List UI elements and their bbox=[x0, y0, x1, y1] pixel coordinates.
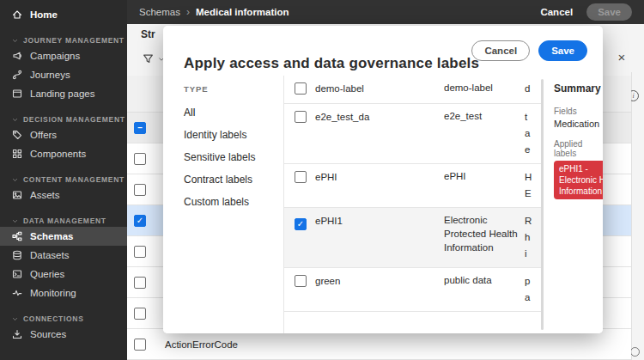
sidebar-section-connections[interactable]: CONNECTIONS bbox=[0, 313, 127, 325]
applied-label-chip: ePHI1 - Electronic Health Information bbox=[554, 161, 603, 199]
label-row-demo-label[interactable]: demo-labeldemo-labeld bbox=[284, 76, 541, 104]
campaigns-icon bbox=[12, 51, 22, 61]
label-friendly-name: green bbox=[315, 273, 444, 290]
right-rail bbox=[631, 72, 644, 360]
sidebar-item-campaigns[interactable]: Campaigns bbox=[0, 46, 127, 65]
label-definition: Rhi bbox=[525, 213, 541, 262]
checkbox[interactable]: – bbox=[134, 122, 146, 134]
checkbox[interactable] bbox=[134, 339, 146, 351]
nav-item-label: Sources bbox=[30, 329, 66, 339]
chevron-down-icon bbox=[12, 117, 18, 123]
label-definition: tae bbox=[525, 109, 541, 158]
label-friendly-name: ePHI1 bbox=[315, 213, 444, 229]
filter-option-contract-labels[interactable]: Contract labels bbox=[184, 168, 283, 191]
chevron-down-icon bbox=[12, 177, 18, 183]
summary-panel: Summary Fields Medication Applied labels… bbox=[544, 76, 603, 333]
nav-item-label: Landing pages bbox=[30, 88, 94, 99]
nav-item-label: Components bbox=[30, 149, 86, 159]
sidebar-item-home[interactable]: Home bbox=[0, 5, 127, 24]
label-row-green[interactable]: greenpublic datapa bbox=[284, 268, 541, 312]
label-friendly-name: ePHI bbox=[315, 169, 444, 186]
label-name: demo-label bbox=[444, 81, 525, 95]
sidebar: HomeJOURNEY MANAGEMENTCampaignsJourneysL… bbox=[0, 0, 127, 360]
checkbox[interactable] bbox=[295, 82, 307, 95]
dialog-body: TYPE AllIdentity labelsSensitive labelsC… bbox=[163, 76, 603, 333]
summary-applied-label: Applied labels bbox=[554, 139, 603, 158]
sidebar-section-data-management[interactable]: DATA MANAGEMENT bbox=[0, 215, 127, 227]
sources-icon bbox=[12, 329, 22, 339]
nav-item-label: Home bbox=[30, 9, 58, 20]
summary-fields: Medication bbox=[554, 119, 603, 129]
app-root: HomeJOURNEY MANAGEMENTCampaignsJourneysL… bbox=[0, 0, 644, 360]
checkbox[interactable] bbox=[295, 171, 307, 183]
breadcrumb-separator: › bbox=[186, 6, 190, 18]
section-label: CONTENT MANAGEMENT bbox=[23, 175, 125, 184]
label-name: e2e_test bbox=[444, 109, 525, 123]
components-icon bbox=[12, 149, 22, 159]
landing-pages-icon bbox=[12, 88, 22, 99]
filter-option-all[interactable]: All bbox=[184, 101, 283, 124]
monitoring-icon bbox=[12, 288, 22, 298]
sidebar-item-monitoring[interactable]: Monitoring bbox=[0, 284, 127, 302]
checkbox[interactable] bbox=[134, 184, 146, 196]
type-filter-heading: TYPE bbox=[184, 84, 283, 94]
filter-option-custom-labels[interactable]: Custom labels bbox=[184, 191, 283, 213]
label-name: public data bbox=[444, 273, 525, 287]
nav-item-label: Offers bbox=[30, 130, 57, 140]
save-button[interactable]: Save bbox=[586, 3, 632, 21]
sidebar-item-journeys[interactable]: Journeys bbox=[0, 65, 127, 84]
label-definition: d bbox=[525, 81, 541, 97]
section-label: JOURNEY MANAGEMENT bbox=[23, 36, 125, 45]
sidebar-item-components[interactable]: Components bbox=[0, 144, 127, 163]
dialog-cancel-button[interactable]: Cancel bbox=[471, 40, 530, 61]
label-row-ephi1[interactable]: ✓ePHI1Electronic Protected Health Inform… bbox=[284, 208, 541, 268]
topbar-actions: Cancel Save bbox=[540, 3, 632, 21]
row-label: ActionErrorCode bbox=[165, 339, 238, 350]
filter-button[interactable] bbox=[143, 53, 165, 64]
nav-item-label: Monitoring bbox=[30, 288, 76, 298]
close-icon[interactable]: × bbox=[614, 50, 629, 65]
sidebar-item-queries[interactable]: Queries bbox=[0, 265, 127, 284]
breadcrumb-root[interactable]: Schemas bbox=[139, 7, 180, 17]
checkbox[interactable]: ✓ bbox=[134, 215, 146, 227]
dialog-save-button[interactable]: Save bbox=[538, 40, 587, 61]
filter-option-sensitive-labels[interactable]: Sensitive labels bbox=[184, 146, 283, 168]
sidebar-item-assets[interactable]: Assets bbox=[0, 186, 127, 204]
cancel-button[interactable]: Cancel bbox=[540, 7, 573, 17]
filter-option-identity-labels[interactable]: Identity labels bbox=[184, 124, 283, 146]
sidebar-item-offers[interactable]: Offers bbox=[0, 125, 127, 144]
nav-item-label: Datasets bbox=[30, 250, 69, 260]
sidebar-section-content-management[interactable]: CONTENT MANAGEMENT bbox=[0, 174, 127, 186]
background-row[interactable]: ActionErrorCode bbox=[127, 329, 631, 360]
summary-chips: ePHI1 - Electronic Health Information bbox=[554, 161, 603, 199]
nav-item-label: Assets bbox=[30, 190, 60, 200]
summary-field: Medication bbox=[554, 119, 603, 129]
label-name: ePHI bbox=[444, 169, 525, 183]
chevron-down-icon bbox=[12, 218, 18, 224]
tab-structure[interactable]: Str bbox=[141, 28, 155, 40]
label-row-ephi[interactable]: ePHIePHIHE bbox=[284, 164, 541, 208]
sidebar-item-sources[interactable]: Sources bbox=[0, 325, 127, 344]
checkbox[interactable] bbox=[134, 246, 146, 258]
nav-item-label: Queries bbox=[30, 269, 64, 279]
labels-table: demo-labeldemo-labelde2e_test_dae2e_test… bbox=[283, 76, 541, 333]
checkbox[interactable] bbox=[134, 153, 146, 165]
sidebar-section-decision-management[interactable]: DECISION MANAGEMENT bbox=[0, 113, 127, 125]
sidebar-item-schemas[interactable]: Schemas bbox=[0, 227, 127, 246]
topbar: Schemas › Medical information Cancel Sav… bbox=[127, 0, 644, 24]
sidebar-section-journey-management[interactable]: JOURNEY MANAGEMENT bbox=[0, 34, 127, 46]
label-definition: pa bbox=[525, 273, 541, 306]
summary-fields-label: Fields bbox=[554, 107, 603, 116]
sidebar-item-datasets[interactable]: Datasets bbox=[0, 246, 127, 265]
label-row-e2e-test-da[interactable]: e2e_test_dae2e_testtae bbox=[284, 104, 541, 164]
dialog-actions: Cancel Save bbox=[471, 40, 587, 61]
checkbox[interactable] bbox=[295, 111, 307, 123]
status-circle-icon bbox=[630, 347, 640, 357]
checkbox[interactable] bbox=[134, 308, 146, 320]
checkbox[interactable] bbox=[295, 275, 307, 287]
checkbox[interactable] bbox=[134, 277, 146, 289]
checkbox[interactable]: ✓ bbox=[295, 218, 307, 230]
type-filter-options: AllIdentity labelsSensitive labelsContra… bbox=[184, 101, 283, 213]
sidebar-item-landing-pages[interactable]: Landing pages bbox=[0, 84, 127, 103]
schemas-icon bbox=[12, 231, 22, 241]
